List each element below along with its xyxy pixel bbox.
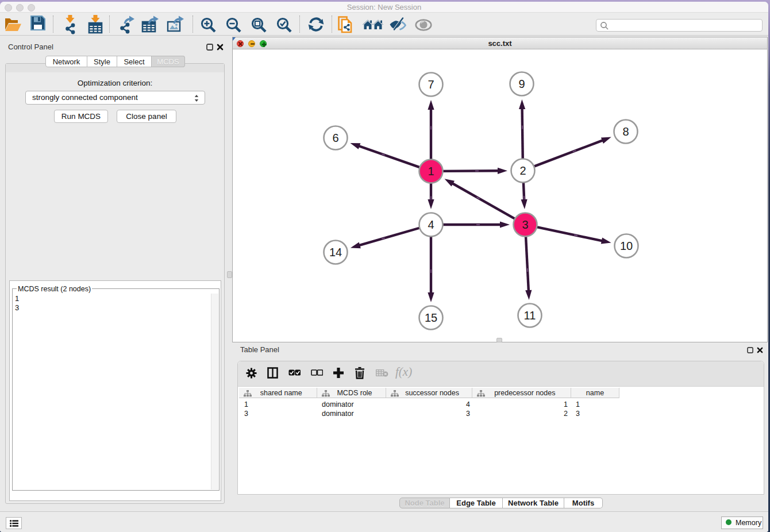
svg-text:15: 15 xyxy=(425,311,437,324)
svg-text:1: 1 xyxy=(428,165,434,178)
svg-text:11: 11 xyxy=(524,309,536,322)
svg-text:3: 3 xyxy=(522,218,528,231)
svg-text:2: 2 xyxy=(519,164,526,177)
svg-text:7: 7 xyxy=(428,78,434,91)
svg-text:4: 4 xyxy=(428,218,434,231)
svg-text:10: 10 xyxy=(620,240,633,252)
svg-text:6: 6 xyxy=(332,132,338,144)
svg-text:8: 8 xyxy=(622,125,629,138)
svg-text:14: 14 xyxy=(329,246,342,259)
svg-text:9: 9 xyxy=(518,78,525,90)
